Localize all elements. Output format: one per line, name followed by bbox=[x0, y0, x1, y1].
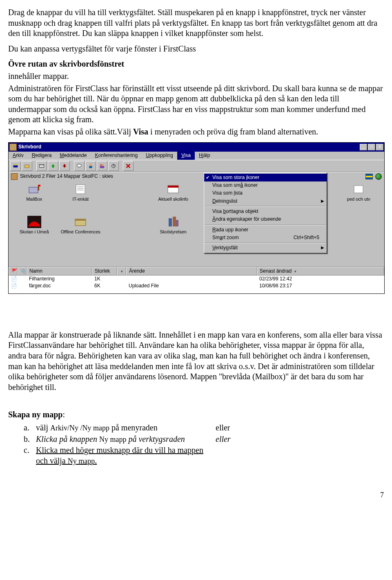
col-size[interactable]: Storlek bbox=[92, 267, 117, 275]
col-name[interactable]: Namn bbox=[27, 267, 92, 275]
menu-meddelande[interactable]: Meddelande bbox=[56, 152, 91, 160]
tool-user-icon[interactable] bbox=[85, 161, 96, 171]
tool-up-icon[interactable] bbox=[48, 161, 58, 171]
col-sort1[interactable]: ▾ bbox=[117, 267, 126, 275]
tool-chat-icon[interactable] bbox=[74, 161, 85, 171]
svg-rect-28 bbox=[173, 217, 176, 226]
icon-aktuell-skolinfo[interactable]: Aktuell skolinfo bbox=[151, 183, 196, 213]
svg-rect-14 bbox=[76, 185, 85, 194]
svg-point-5 bbox=[89, 163, 91, 166]
svg-rect-26 bbox=[75, 219, 86, 221]
menu-visa[interactable]: Visa bbox=[177, 152, 195, 160]
svg-rect-23 bbox=[354, 186, 363, 193]
menu-view-appearance[interactable]: Ändra egenskaper för utseende bbox=[204, 215, 327, 223]
flag-icon[interactable] bbox=[365, 174, 373, 179]
icon-mailbox[interactable]: MailBox bbox=[12, 183, 57, 213]
paragraph-admin: Administratören för FirstClass har förin… bbox=[8, 83, 384, 125]
paragraph-intro-b: Du kan anpassa vertygsfältet för varje f… bbox=[8, 44, 384, 54]
list-item: a. välj Arkiv/Ny /Ny mapp på menyraden e… bbox=[24, 423, 384, 433]
desktop-icon bbox=[11, 173, 18, 180]
embedded-screenshot: Skrivbord _ □ × Arkiv Redigera Meddeland… bbox=[8, 142, 385, 294]
paragraph-folders: Alla mappar är konstruerade på liknande … bbox=[8, 330, 384, 393]
svg-rect-27 bbox=[169, 218, 172, 226]
icon-skolstyrelsen[interactable]: Skolstyrelsen bbox=[151, 216, 196, 246]
heading-create-folder: Skapa ny mapp: bbox=[8, 410, 384, 420]
svg-rect-11 bbox=[29, 187, 38, 193]
menu-view-smart-zoom[interactable]: Smart zoom Ctrl+Shift+5 bbox=[204, 234, 327, 242]
menu-view-arrange[interactable]: Rada upp ikoner bbox=[204, 226, 327, 234]
minimize-button[interactable]: _ bbox=[360, 144, 367, 150]
tool-stop-icon[interactable] bbox=[123, 161, 134, 171]
app-icon bbox=[9, 143, 17, 151]
page-number: 7 bbox=[8, 490, 384, 500]
menu-arkiv[interactable]: Arkiv bbox=[9, 152, 28, 160]
paragraph-visa: Mapparna kan visas på olika sätt.Välj Vi… bbox=[8, 127, 384, 137]
svg-rect-9 bbox=[100, 166, 105, 168]
toolbar bbox=[9, 160, 384, 172]
visa-dropdown: ✔ Visa som stora ikoner Visa som små iko… bbox=[204, 172, 327, 253]
list-item: c. Klicka med höger musknapp där du vill… bbox=[24, 445, 384, 466]
tool-connect-icon[interactable] bbox=[10, 161, 21, 171]
col-flag[interactable]: 🚩 bbox=[9, 267, 18, 275]
status-text: Skrivbord 2 Filer 14 Mappar SkolFC : ski… bbox=[20, 173, 113, 179]
svg-point-4 bbox=[77, 164, 82, 167]
menu-konferenshantering[interactable]: Konferenshantering bbox=[91, 152, 142, 160]
menubar: Arkiv Redigera Meddelande Konferenshante… bbox=[9, 152, 384, 160]
list-item[interactable]: 📄 Filhantering 1K 02/23/99 12:42 bbox=[9, 275, 384, 282]
svg-rect-2 bbox=[25, 165, 29, 168]
col-date[interactable]: Senast ändrad ▾ bbox=[257, 267, 384, 275]
window-title: Skrivbord bbox=[18, 144, 360, 150]
icon-offline-conferences[interactable]: Offline Conferences bbox=[58, 216, 103, 246]
svg-rect-1 bbox=[14, 164, 16, 166]
menu-view-small-icons[interactable]: Visa som små ikoner bbox=[204, 181, 327, 189]
icon-skolan-i-umea[interactable]: Skolan i Umeå bbox=[12, 216, 57, 246]
menu-hjalp[interactable]: Hjälp bbox=[195, 152, 214, 160]
icon-ped-och-utv[interactable]: ped och utv bbox=[336, 183, 381, 213]
window-titlebar: Skrivbord _ □ × bbox=[9, 143, 384, 152]
paragraph-contains-folders: innehåller mappar. bbox=[8, 71, 384, 82]
ordered-list: a. välj Arkiv/Ny /Ny mapp på menyraden e… bbox=[24, 423, 384, 466]
svg-point-7 bbox=[100, 164, 102, 166]
tool-message-icon[interactable] bbox=[36, 161, 47, 171]
status-bar: Skrivbord 2 Filer 14 Mappar SkolFC : ski… bbox=[9, 172, 384, 181]
heading-upper-pane: Övre rutan av skrivbordsfönstret bbox=[8, 59, 384, 69]
menu-view-deleted[interactable]: Visa borttagna objekt bbox=[204, 208, 327, 215]
svg-rect-19 bbox=[168, 186, 178, 188]
file-list: 📄 Filhantering 1K 02/23/99 12:42 📄 färge… bbox=[9, 275, 384, 293]
tool-folder-icon[interactable] bbox=[22, 161, 32, 171]
list-item: b. Klicka på knappen Ny mapp på verktygs… bbox=[24, 434, 384, 445]
menu-redigera[interactable]: Redigera bbox=[28, 152, 56, 160]
svg-point-8 bbox=[102, 164, 104, 166]
menu-view-large-icons[interactable]: ✔ Visa som stora ikoner bbox=[204, 174, 327, 181]
tool-history-icon[interactable] bbox=[108, 161, 119, 171]
maximize-button[interactable]: □ bbox=[368, 144, 375, 150]
svg-rect-13 bbox=[38, 185, 40, 186]
menu-uppkoppling[interactable]: Uppkoppling bbox=[142, 152, 177, 160]
svg-rect-29 bbox=[176, 220, 178, 226]
menu-view-split[interactable]: Delningslist▶ bbox=[204, 197, 327, 205]
tool-users-icon[interactable] bbox=[97, 161, 107, 171]
menu-view-list[interactable]: Visa som lista bbox=[204, 189, 327, 197]
paragraph-intro: Drag de knappar du vill ha till verktygs… bbox=[8, 7, 384, 39]
svg-rect-6 bbox=[89, 166, 92, 168]
icon-it-enkat[interactable]: IT-enkät bbox=[58, 183, 103, 213]
desktop-area: MailBox IT-enkät Aktuell skolinfo Addres… bbox=[9, 181, 384, 266]
menu-view-toolbar[interactable]: Verktygsfält▶ bbox=[204, 244, 327, 252]
tool-down-icon[interactable] bbox=[59, 161, 70, 171]
list-item[interactable]: 📄 färger.doc 6K Uploaded File 10/08/98 2… bbox=[9, 282, 384, 289]
close-button[interactable]: × bbox=[376, 144, 383, 150]
globe-icon[interactable] bbox=[375, 173, 382, 180]
col-subject[interactable]: Ärende bbox=[126, 267, 257, 275]
col-attachment[interactable]: 📎 bbox=[18, 267, 27, 275]
file-list-header: 🚩 📎 Namn Storlek ▾ Ärende Senast ändrad … bbox=[9, 266, 384, 275]
